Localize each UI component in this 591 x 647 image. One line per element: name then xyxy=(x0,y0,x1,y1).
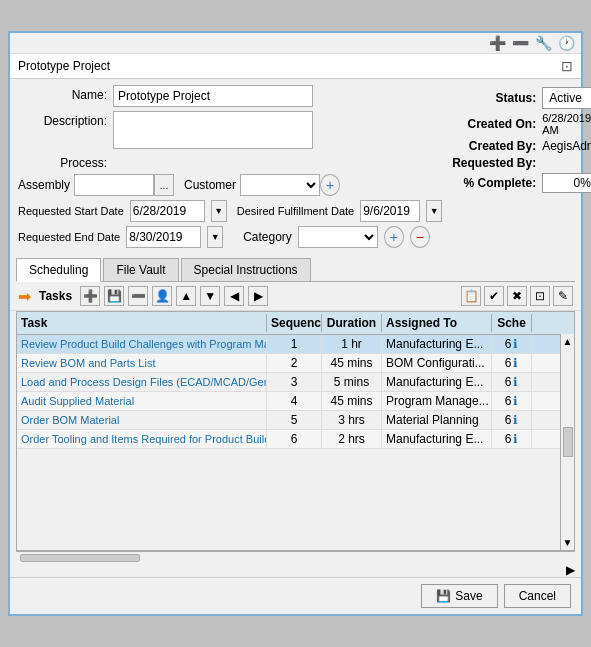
task-link[interactable]: Order BOM Material xyxy=(21,414,119,426)
grid-header: Task Sequence Duration Assigned To Sche xyxy=(17,312,574,335)
info-icon[interactable]: ℹ xyxy=(513,432,518,446)
task-grid-button[interactable]: 📋 xyxy=(461,286,481,306)
dur-cell: 1 hr xyxy=(322,335,382,353)
category-select[interactable] xyxy=(298,226,378,248)
seq-cell: 2 xyxy=(267,354,322,372)
tab-special-instructions[interactable]: Special Instructions xyxy=(181,258,311,281)
assembly-label: Assembly xyxy=(18,178,70,192)
created-by-value: AegisAdmin xyxy=(542,139,591,153)
task-link[interactable]: Review BOM and Parts List xyxy=(21,357,156,369)
task-left-button[interactable]: ◀ xyxy=(224,286,244,306)
col-assigned-header: Assigned To xyxy=(382,314,492,332)
restore-icon[interactable]: ⊡ xyxy=(561,58,573,74)
tasks-label: Tasks xyxy=(39,289,72,303)
customer-label: Customer xyxy=(184,178,236,192)
save-icon: 💾 xyxy=(436,589,451,603)
task-save-small-button[interactable]: 💾 xyxy=(104,286,124,306)
table-row[interactable]: Order Tooling and Items Required for Pro… xyxy=(17,430,574,449)
task-user-button[interactable]: 👤 xyxy=(152,286,172,306)
info-icon[interactable]: ℹ xyxy=(513,394,518,408)
arrow-icon: ➡ xyxy=(18,287,31,306)
task-up-button[interactable]: ▲ xyxy=(176,286,196,306)
info-icon[interactable]: ℹ xyxy=(513,356,518,370)
dur-cell: 5 mins xyxy=(322,373,382,391)
task-right-btns: 📋 ✔ ✖ ⊡ ✎ xyxy=(461,286,573,306)
status-row: Status: Active xyxy=(452,87,591,109)
assembly-dots-button[interactable]: ... xyxy=(154,174,174,196)
cancel-button[interactable]: Cancel xyxy=(504,584,571,608)
task-cell: Review Product Build Challenges with Pro… xyxy=(17,335,267,353)
dur-cell: 2 hrs xyxy=(322,430,382,448)
add-icon[interactable]: ➕ xyxy=(489,35,506,51)
dur-cell: 45 mins xyxy=(322,392,382,410)
table-row[interactable]: Review BOM and Parts List 2 45 mins BOM … xyxy=(17,354,574,373)
assigned-cell: Manufacturing E... xyxy=(382,335,492,353)
remove-icon[interactable]: ➖ xyxy=(512,35,529,51)
clock-icon[interactable]: 🕐 xyxy=(558,35,575,51)
save-button[interactable]: 💾 Save xyxy=(421,584,497,608)
col-task-header: Task xyxy=(17,314,267,332)
category-add-button[interactable]: + xyxy=(384,226,404,248)
task-check-button[interactable]: ✔ xyxy=(484,286,504,306)
process-row: Process: xyxy=(18,156,442,170)
sche-cell: 6ℹ xyxy=(492,354,532,372)
assigned-cell: Material Planning xyxy=(382,411,492,429)
scroll-down-button[interactable]: ▼ xyxy=(561,535,575,550)
task-restore-button[interactable]: ⊡ xyxy=(530,286,550,306)
info-icon[interactable]: ℹ xyxy=(513,337,518,351)
category-remove-button[interactable]: − xyxy=(410,226,430,248)
scroll-thumb[interactable] xyxy=(563,427,573,457)
customer-select[interactable] xyxy=(240,174,320,196)
task-x-button[interactable]: ✖ xyxy=(507,286,527,306)
assembly-input[interactable] xyxy=(74,174,154,196)
info-icon[interactable]: ℹ xyxy=(513,375,518,389)
created-by-label: Created By: xyxy=(452,139,542,153)
tab-file-vault[interactable]: File Vault xyxy=(103,258,178,281)
task-link[interactable]: Review Product Build Challenges with Pro… xyxy=(21,338,267,350)
req-end-dropdown[interactable]: ▼ xyxy=(207,226,223,248)
task-add-button[interactable]: ➕ xyxy=(80,286,100,306)
task-link[interactable]: Load and Process Design Files (ECAD/MCAD… xyxy=(21,376,267,388)
table-row[interactable]: Order BOM Material 5 3 hrs Material Plan… xyxy=(17,411,574,430)
req-start-dropdown[interactable]: ▼ xyxy=(211,200,227,222)
hscroll-right-arrow[interactable]: ▶ xyxy=(566,563,575,577)
status-select[interactable]: Active xyxy=(542,87,591,109)
pct-complete-value: 0% xyxy=(542,173,591,193)
table-row[interactable]: Load and Process Design Files (ECAD/MCAD… xyxy=(17,373,574,392)
table-row[interactable]: Review Product Build Challenges with Pro… xyxy=(17,335,574,354)
description-row: Description: xyxy=(18,111,442,152)
pct-complete-label: % Complete: xyxy=(452,176,542,190)
desired-fulfill-dropdown[interactable]: ▼ xyxy=(426,200,442,222)
horizontal-scrollbar[interactable] xyxy=(16,551,575,563)
tool-icon[interactable]: 🔧 xyxy=(535,35,552,51)
tab-scheduling[interactable]: Scheduling xyxy=(16,258,101,282)
desired-fulfill-input[interactable] xyxy=(360,200,420,222)
sche-cell: 6ℹ xyxy=(492,392,532,410)
req-end-input[interactable] xyxy=(126,226,201,248)
task-link[interactable]: Order Tooling and Items Required for Pro… xyxy=(21,433,267,445)
window-title: Prototype Project xyxy=(18,59,110,73)
task-delete-button[interactable]: ➖ xyxy=(128,286,148,306)
task-cell: Load and Process Design Files (ECAD/MCAD… xyxy=(17,373,267,391)
description-input[interactable] xyxy=(113,111,313,149)
col-duration-header: Duration xyxy=(322,314,382,332)
dur-cell: 3 hrs xyxy=(322,411,382,429)
task-cell: Order BOM Material xyxy=(17,411,267,429)
task-edit-button[interactable]: ✎ xyxy=(553,286,573,306)
requested-by-row: Requested By: xyxy=(452,156,591,170)
task-link[interactable]: Audit Supplied Material xyxy=(21,395,134,407)
created-on-value: 6/28/2019 7:58:20 AM xyxy=(542,112,591,136)
task-right-button[interactable]: ▶ xyxy=(248,286,268,306)
assigned-cell: Program Manage... xyxy=(382,392,492,410)
created-on-label: Created On: xyxy=(452,117,542,131)
grid-body: Review Product Build Challenges with Pro… xyxy=(17,335,574,550)
name-input[interactable] xyxy=(113,85,313,107)
scroll-up-button[interactable]: ▲ xyxy=(561,334,575,349)
info-icon[interactable]: ℹ xyxy=(513,413,518,427)
req-start-input[interactable] xyxy=(130,200,205,222)
name-label: Name: xyxy=(18,85,113,102)
task-down-button[interactable]: ▼ xyxy=(200,286,220,306)
hscroll-thumb[interactable] xyxy=(20,554,140,562)
customer-add-button[interactable]: + xyxy=(320,174,340,196)
table-row[interactable]: Audit Supplied Material 4 45 mins Progra… xyxy=(17,392,574,411)
